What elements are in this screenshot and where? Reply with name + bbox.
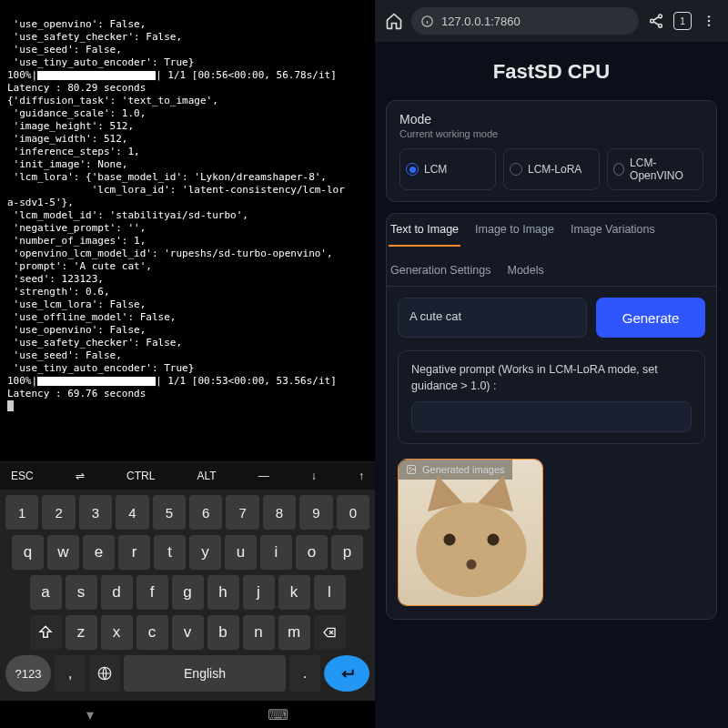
key-e[interactable]: e (83, 535, 115, 570)
home-button[interactable] (384, 11, 404, 31)
key-period[interactable]: . (289, 655, 320, 692)
nav-keyboard-icon[interactable]: ⌨ (268, 706, 288, 723)
key-m[interactable]: m (278, 615, 310, 650)
image-icon (406, 464, 417, 475)
key-v[interactable]: v (172, 615, 204, 650)
key-z[interactable]: z (66, 615, 97, 650)
key-4[interactable]: 4 (116, 495, 148, 530)
tab-models[interactable]: Models (506, 258, 546, 286)
menu-button[interactable] (699, 11, 719, 31)
key-t[interactable]: t (154, 535, 186, 570)
radio-dot-icon (406, 163, 419, 176)
key-language[interactable] (89, 655, 120, 692)
key-6[interactable]: 6 (189, 495, 222, 530)
key-shift[interactable] (30, 615, 62, 650)
gallery-frame[interactable]: Generated images (398, 459, 543, 606)
key-d[interactable]: d (101, 575, 133, 610)
key-row-zxcv: z x c v b n m (4, 615, 371, 650)
mode-option-lcm-lora[interactable]: LCM-LoRA (503, 148, 600, 190)
key-enter[interactable] (324, 655, 369, 692)
term-line: 'use_offline_model': False, (7, 311, 176, 323)
mode-option-lcm[interactable]: LCM (399, 148, 496, 190)
mode-option-label: LCM-LoRA (528, 163, 581, 176)
term-line: 'use_seed': False, (7, 349, 122, 361)
key-space[interactable]: English (124, 655, 286, 692)
key-ctrl[interactable]: CTRL (123, 468, 158, 484)
radio-dot-icon (510, 163, 522, 176)
generated-image-cat[interactable] (399, 460, 543, 605)
tab-text-to-image[interactable]: Text to Image (389, 217, 460, 247)
app-title: FastSD CPU (386, 60, 717, 84)
key-5[interactable]: 5 (153, 495, 186, 530)
key-k[interactable]: k (278, 575, 310, 610)
key-s[interactable]: s (66, 575, 97, 610)
svg-point-9 (410, 468, 411, 470)
key-backspace[interactable] (314, 615, 346, 650)
key-a[interactable]: a (30, 575, 62, 610)
key-y[interactable]: y (189, 535, 221, 570)
term-latency: Latency : 80.29 seconds (7, 82, 146, 94)
key-9[interactable]: 9 (299, 495, 332, 530)
key-r[interactable]: r (118, 535, 150, 570)
gallery: Generated images (398, 459, 543, 606)
term-line: 'number_of_images': 1, (7, 235, 146, 247)
key-u[interactable]: u (225, 535, 257, 570)
key-alt[interactable]: ALT (193, 468, 219, 484)
shift-icon (37, 624, 54, 641)
key-1[interactable]: 1 (5, 495, 38, 530)
tab-image-to-image[interactable]: Image to Image (473, 217, 556, 246)
key-7[interactable]: 7 (226, 495, 258, 530)
key-o[interactable]: o (296, 535, 328, 570)
key-row-numbers: 1 2 3 4 5 6 7 8 9 0 (4, 495, 371, 530)
key-f[interactable]: f (136, 575, 168, 610)
key-x[interactable]: x (101, 615, 133, 650)
mode-option-label: LCM (424, 163, 447, 176)
negative-prompt-input[interactable] (411, 401, 692, 432)
term-line: 'use_openvino': False, (7, 18, 146, 30)
key-b[interactable]: b (207, 615, 239, 650)
url-bar[interactable]: 127.0.0.1:7860 (411, 7, 639, 35)
share-button[interactable] (646, 11, 666, 31)
key-q[interactable]: q (12, 535, 44, 570)
nav-back-icon[interactable]: ▾ (86, 706, 94, 723)
prompt-input[interactable]: A cute cat (398, 298, 587, 338)
term-line: 'use_tiny_auto_encoder': True} (7, 362, 194, 374)
key-2[interactable]: 2 (42, 495, 75, 530)
tabs-button[interactable]: 1 (673, 12, 692, 30)
key-comma[interactable]: , (55, 655, 86, 692)
mode-option-lcm-openvino[interactable]: LCM-OpenVINO (607, 148, 703, 190)
mode-options: LCM LCM-LoRA LCM-OpenVINO (399, 148, 703, 190)
terminal-output[interactable]: 'use_openvino': False, 'use_safety_check… (0, 0, 375, 461)
key-c[interactable]: c (136, 615, 168, 650)
key-down[interactable]: ↓ (308, 468, 320, 484)
key-l[interactable]: l (314, 575, 346, 610)
key-3[interactable]: 3 (79, 495, 112, 530)
key-row-bottom: ?123 , English . (4, 655, 371, 692)
key-g[interactable]: g (172, 575, 204, 610)
key-i[interactable]: i (260, 535, 292, 570)
terminal-fn-row: ESC ⇌ CTRL ALT — ↓ ↑ (0, 461, 375, 490)
term-line: 'inference_steps': 1, (7, 146, 140, 157)
key-n[interactable]: n (243, 615, 275, 650)
tab-generation-settings[interactable]: Generation Settings (389, 258, 493, 286)
tab-image-variations[interactable]: Image Variations (569, 217, 657, 246)
key-w[interactable]: w (47, 535, 79, 570)
key-up[interactable]: ↑ (355, 468, 368, 484)
svg-point-5 (708, 15, 710, 17)
backspace-icon (320, 625, 339, 640)
key-symbols[interactable]: ?123 (5, 655, 51, 692)
term-progress: 100%|| 1/1 [00:56<00:00, 56.78s/it] (7, 69, 337, 81)
key-j[interactable]: j (243, 575, 275, 610)
term-line: 'use_safety_checker': False, (7, 31, 182, 43)
key-esc[interactable]: ESC (7, 468, 37, 484)
key-dash[interactable]: — (255, 468, 273, 484)
generate-button[interactable]: Generate (596, 298, 705, 338)
key-h[interactable]: h (207, 575, 239, 610)
key-p[interactable]: p (331, 535, 363, 570)
key-0[interactable]: 0 (337, 495, 369, 530)
key-8[interactable]: 8 (263, 495, 296, 530)
term-cursor (7, 400, 14, 411)
terminal-pane: 'use_openvino': False, 'use_safety_check… (0, 0, 375, 728)
key-tab-icon[interactable]: ⇌ (72, 468, 88, 484)
term-line: 'strength': 0.6, (7, 286, 110, 298)
